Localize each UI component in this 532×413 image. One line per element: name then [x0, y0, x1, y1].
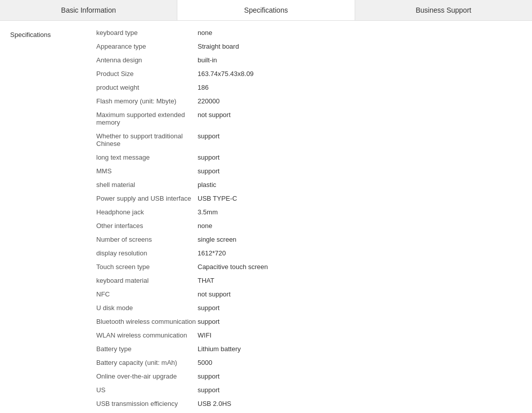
spec-label: WLAN wireless communication [96, 331, 198, 339]
spec-label: Touch screen type [96, 263, 198, 271]
spec-label: Headphone jack [96, 208, 198, 216]
table-row: keyboard typenone [91, 26, 532, 40]
tab-specifications[interactable]: Specifications [177, 0, 355, 20]
tab-business-support[interactable]: Business Support [355, 0, 532, 20]
spec-value: plastic [198, 181, 216, 189]
spec-value: Capacitive touch screen [198, 263, 268, 271]
spec-label: Flash memory (unit: Mbyte) [96, 97, 198, 105]
spec-label: NFC [96, 290, 198, 298]
spec-label: shell material [96, 181, 198, 189]
table-row: Battery capacity (unit: mAh)5000 [91, 356, 532, 369]
table-row: MMSsupport [91, 164, 532, 178]
spec-label: Appearance type [96, 43, 198, 50]
spec-label: U disk mode [96, 304, 198, 312]
spec-value: single screen [198, 236, 237, 243]
spec-label: Online over-the-air upgrade [96, 372, 198, 380]
spec-label: Whether to support traditional Chinese [96, 132, 198, 147]
spec-value: built-in [198, 56, 217, 64]
table-row: display resolution1612*720 [91, 246, 532, 260]
spec-value: support [198, 132, 219, 140]
spec-value: 5000 [198, 359, 212, 366]
table-row: U disk modesupport [91, 301, 532, 315]
table-row: Antenna designbuilt-in [91, 53, 532, 67]
spec-label: Battery type [96, 345, 198, 353]
table-row: WLAN wireless communicationWIFI [91, 328, 532, 342]
table-row: Power supply and USB interfaceUSB TYPE-C [91, 192, 532, 205]
table-row: Other interfacesnone [91, 219, 532, 233]
tab-bar: Basic Information Specifications Busines… [0, 0, 532, 21]
table-row: Battery typeLithium battery [91, 342, 532, 356]
spec-label: Battery capacity (unit: mAh) [96, 359, 198, 366]
spec-value: 186 [198, 84, 209, 91]
spec-label: US [96, 386, 198, 394]
spec-value: not support [198, 111, 231, 119]
spec-value: support [198, 372, 219, 380]
spec-value: none [198, 222, 212, 230]
specs-table: keyboard typenoneAppearance typeStraight… [91, 26, 532, 413]
spec-value: 1612*720 [198, 249, 226, 257]
spec-label: USB transmission efficiency [96, 400, 198, 407]
table-row: Maximum supported extended memorynot sup… [91, 108, 532, 129]
table-row: shell materialplastic [91, 178, 532, 192]
section-title: Specifications [0, 26, 91, 413]
table-row: Bluetooth wireless communicationsupport [91, 315, 532, 328]
spec-value: Straight board [198, 43, 239, 50]
spec-value: THAT [198, 277, 214, 284]
spec-label: keyboard material [96, 277, 198, 284]
spec-value: not support [198, 290, 231, 298]
spec-value: support [198, 304, 219, 312]
spec-value: support [198, 386, 219, 394]
table-row: Appearance typeStraight board [91, 40, 532, 53]
table-row: keyboard materialTHAT [91, 274, 532, 287]
table-row: USsupport [91, 383, 532, 397]
spec-value: WIFI [198, 331, 211, 339]
spec-label: Other interfaces [96, 222, 198, 230]
spec-label: product weight [96, 84, 198, 91]
spec-value: USB TYPE-C [198, 195, 237, 202]
table-row: Product Size163.74x75.43x8.09 [91, 67, 532, 81]
spec-label: Number of screens [96, 236, 198, 243]
table-row: USB transmission efficiencyUSB 2.0HS [91, 397, 532, 410]
spec-value: none [198, 29, 212, 36]
spec-value: support [198, 318, 219, 325]
spec-value: 163.74x75.43x8.09 [198, 70, 254, 78]
spec-label: Antenna design [96, 56, 198, 64]
table-row: Number of screenssingle screen [91, 233, 532, 246]
table-row: Whether to support traditional Chinesesu… [91, 129, 532, 151]
spec-value: Lithium battery [198, 345, 241, 353]
spec-label: Maximum supported extended memory [96, 111, 198, 126]
table-row: product weight186 [91, 81, 532, 94]
table-row: long text messagesupport [91, 151, 532, 164]
table-row: Headphone jack3.5mm [91, 205, 532, 219]
spec-value: support [198, 154, 219, 161]
spec-label: Power supply and USB interface [96, 195, 198, 202]
table-row: Online over-the-air upgradesupport [91, 369, 532, 383]
spec-value: 3.5mm [198, 208, 218, 216]
table-row: NFCnot support [91, 287, 532, 301]
table-row: Touch screen typeCapacitive touch screen [91, 260, 532, 274]
spec-label: keyboard type [96, 29, 198, 36]
spec-label: Product Size [96, 70, 198, 78]
spec-value: USB 2.0HS [198, 400, 231, 407]
content-area: Specifications keyboard typenoneAppearan… [0, 21, 532, 413]
spec-value: support [198, 167, 219, 175]
spec-value: 220000 [198, 97, 219, 105]
spec-label: Bluetooth wireless communication [96, 318, 198, 325]
table-row: Whether to support GPSsupport [91, 410, 532, 413]
tab-basic-information[interactable]: Basic Information [0, 0, 177, 20]
spec-label: long text message [96, 154, 198, 161]
table-row: Flash memory (unit: Mbyte)220000 [91, 94, 532, 108]
spec-label: MMS [96, 167, 198, 175]
spec-label: display resolution [96, 249, 198, 257]
